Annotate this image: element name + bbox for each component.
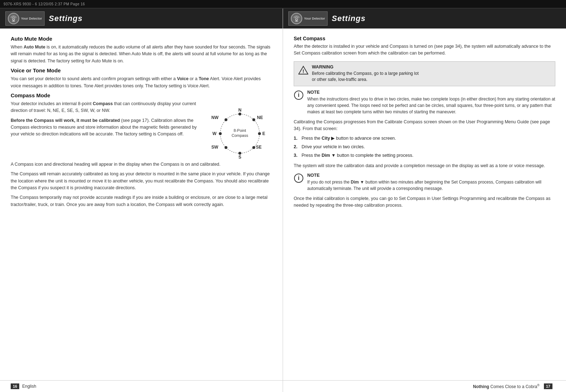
compass-diagram: N NE E SE [208,104,272,161]
compass-intro-para: Your detector includes an internal 8-poi… [11,100,204,114]
set-compass-title: Set Compass [294,36,555,41]
note-text-1: When the instructions direct you to driv… [307,96,555,115]
svg-text:SE: SE [256,145,262,150]
left-header-area: Your Detector Settings [5,11,277,26]
main-content: Your Detector Settings Auto Mute Mode Wh… [0,8,566,380]
svg-text:NW: NW [211,115,219,120]
step-3-text: Press the Dim ▼ button to complete the s… [302,152,413,159]
left-detector-badge: Your Detector [5,11,45,26]
footer-comes: Comes Close to a Cobra [489,384,537,389]
svg-point-14 [225,146,227,149]
footer: 16 English Nothing Comes Close to a Cobr… [0,380,566,392]
step-3: 3. Press the Dim ▼ button to complete th… [294,152,555,159]
calibration-intro: Calibrating the Compass progresses from … [294,119,555,133]
circle-note-icon-2: i [294,173,304,183]
footer-nothing: Nothing [473,384,489,389]
right-page-num: 17 [544,383,552,389]
svg-text:i: i [298,175,299,181]
svg-point-6 [252,118,255,121]
right-page: Your Detector Settings Set Compass After… [283,9,566,380]
compass-para-2: A Compass icon and directional heading w… [11,161,272,168]
left-section-title: Settings [49,14,83,23]
final-para: Once the initial calibration is complete… [294,195,555,209]
step-2-num: 2. [294,144,299,150]
step-1: 1. Press the City ▶ button to advance on… [294,135,555,142]
triangle-warning-icon: ! [298,65,308,75]
warning-content: WARNING Before calibrating the Compass, … [312,65,419,83]
compass-text-area: Your detector includes an internal 8-poi… [11,100,204,141]
left-detector-icon [8,13,19,24]
right-section-title: Settings [332,14,366,23]
radar-icon [10,15,17,22]
voice-tone-section: Voice or Tone Mode You can set your dete… [11,67,272,89]
step-1-num: 1. [294,135,299,142]
voice-tone-title: Voice or Tone Mode [11,67,272,73]
left-page-num: 16 [11,383,19,389]
note-box-2: i NOTE If you do not press the Dim ▼ but… [294,173,555,192]
svg-text:N: N [238,108,242,113]
left-page: Your Detector Settings Auto Mute Mode Wh… [0,9,283,380]
right-detector-label: Your Detector [304,17,325,20]
note-text-2: If you do not press the Dim ▼ button wit… [307,179,555,192]
right-header-area: Your Detector Settings [288,11,561,26]
svg-point-12 [238,152,241,155]
compass-calibrate-para: Before the Compass will work, it must be… [11,117,204,138]
left-content: Auto Mute Mode When Auto Mute is on, it … [0,29,283,380]
svg-text:!: ! [303,68,304,74]
top-bar: 9376-XRS 9930 - 6 12/20/05 2:37 PM Page … [0,0,566,8]
svg-text:i: i [298,92,299,98]
svg-text:NE: NE [257,115,263,120]
set-compass-intro: After the detector is installed in your … [294,43,555,57]
compass-svg: N NE E SE [210,106,270,161]
compass-para-3: The Compass will remain accurately calib… [11,171,272,191]
right-detector-badge: Your Detector [288,11,328,26]
left-header: Your Detector Settings [0,9,283,29]
auto-mute-para: When Auto Mute is on, it automatically r… [11,44,272,65]
footer-reg: ® [537,383,540,387]
compass-section-layout: Your detector includes an internal 8-poi… [11,100,272,161]
compass-mode-section: Compass Mode Your detector includes an i… [11,92,272,208]
top-bar-text: 9376-XRS 9930 - 6 12/20/05 2:37 PM Page … [4,2,85,6]
auto-mute-section: Auto Mute Mode When Auto Mute is on, it … [11,36,272,65]
compass-mode-title: Compass Mode [11,92,272,98]
circle-note-icon-1: i [294,90,304,100]
right-header: Your Detector Settings [283,9,566,29]
warning-text: Before calibrating the Compass, go to a … [312,71,419,83]
footer-right: Nothing Comes Close to a Cobra® 17 [283,381,566,392]
svg-point-16 [219,132,222,135]
steps-list: 1. Press the City ▶ button to advance on… [294,135,555,159]
svg-point-4 [238,113,241,115]
warning-box: ! WARNING Before calibrating the Compass… [294,61,555,86]
footer-brand: Nothing Comes Close to a Cobra® [473,383,540,389]
note-icon-2: i [294,173,304,183]
after-steps-para: The system will store the calibration da… [294,163,555,169]
svg-text:SW: SW [211,145,218,150]
step-2-text: Drive your vehicle in two circles. [302,144,365,150]
svg-point-10 [252,146,255,149]
left-detector-label: Your Detector [21,17,42,20]
note-content-2: NOTE If you do not press the Dim ▼ butto… [307,173,555,192]
page-wrapper: 9376-XRS 9930 - 6 12/20/05 2:37 PM Page … [0,0,566,392]
right-content: Set Compass After the detector is instal… [283,29,566,380]
svg-text:Compass: Compass [232,133,248,138]
note-label-1: NOTE [307,90,555,95]
compass-svg-area: N NE E SE [208,106,272,161]
note-box-1: i NOTE When the instructions direct you … [294,90,555,115]
svg-text:E: E [262,131,265,136]
step-1-text: Press the City ▶ button to advance one s… [302,135,396,142]
step-3-num: 3. [294,152,299,159]
voice-tone-para: You can set your detector to sound alert… [11,76,272,89]
svg-point-8 [258,132,261,135]
note-label-2: NOTE [307,173,555,178]
warning-icon: ! [298,65,308,75]
left-footer-lang: English [22,384,36,389]
radar-icon-right [293,15,300,22]
right-detector-icon [291,13,302,24]
note-icon-1: i [294,90,304,100]
svg-text:8-Point: 8-Point [234,128,246,133]
footer-left: 16 English [0,381,283,392]
svg-point-18 [225,118,227,121]
svg-text:S: S [238,155,241,160]
svg-text:W: W [212,131,217,136]
note-content-1: NOTE When the instructions direct you to… [307,90,555,115]
